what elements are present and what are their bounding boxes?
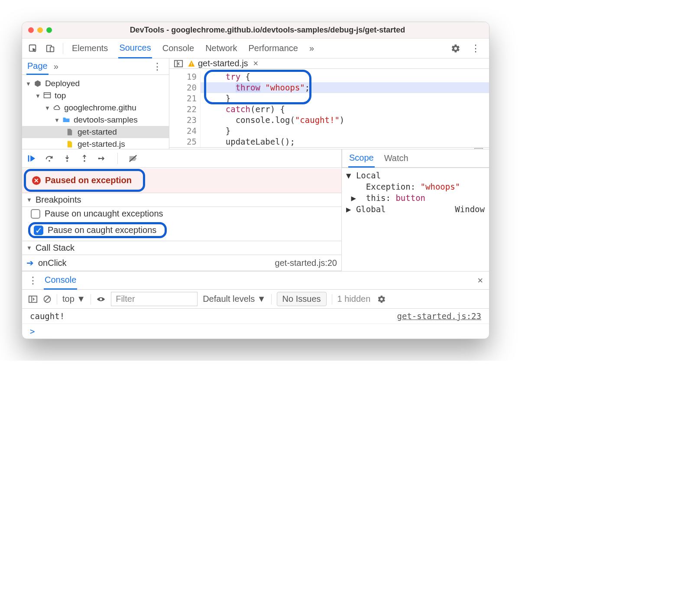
frame-source[interactable]: get-started.js:20 — [275, 258, 337, 268]
disclosure-triangle-icon: ▼ — [26, 245, 32, 251]
paused-label: Paused on exception — [45, 175, 132, 185]
tab-watch[interactable]: Watch — [383, 150, 409, 167]
annotation-highlight: ✓ Pause on caught exceptions — [28, 222, 167, 238]
svg-rect-9 — [28, 155, 29, 162]
console-settings-gear-icon[interactable] — [377, 295, 386, 304]
disclosure-triangle-icon: ▼ — [54, 117, 60, 123]
device-toolbar-icon[interactable] — [45, 44, 55, 53]
coverage-toggle-icon[interactable] — [474, 148, 483, 149]
code-body[interactable]: 19202122232425 try { throw "whoops"; } c… — [169, 69, 489, 147]
file-tree: ▼Deployed▼top▼googlechrome.githu▼devtool… — [22, 75, 169, 149]
tree-item[interactable]: ▼Deployed — [22, 78, 169, 90]
tree-item[interactable]: ▼devtools-samples — [22, 114, 169, 126]
line-number[interactable]: 25 — [169, 136, 197, 147]
console-output: caught! get-started.js:23 > — [22, 309, 489, 339]
line-number[interactable]: 22 — [169, 104, 197, 115]
tree-item-label: Deployed — [45, 79, 80, 88]
navigator-tab-page[interactable]: Page — [26, 58, 49, 75]
pause-uncaught-row[interactable]: Pause on uncaught exceptions — [22, 207, 341, 220]
console-context-selector[interactable]: top ▼ — [62, 294, 85, 304]
line-number[interactable]: 20 — [169, 82, 197, 93]
svg-point-10 — [49, 160, 50, 162]
live-expression-icon[interactable] — [96, 296, 106, 303]
tree-item[interactable]: ▼top — [22, 90, 169, 102]
tab-scope[interactable]: Scope — [348, 149, 375, 168]
callstack-header[interactable]: ▼ Call Stack — [22, 241, 341, 255]
console-filter-input[interactable]: Filter — [111, 292, 198, 306]
tree-item[interactable]: ▼googlechrome.githu — [22, 102, 169, 114]
debugger-row: Scope Watch — [22, 149, 489, 168]
scope-row[interactable]: ▶ GlobalWindow — [342, 204, 489, 215]
line-number[interactable]: 21 — [169, 93, 197, 104]
separator — [117, 153, 118, 164]
titlebar: DevTools - googlechrome.github.io/devtoo… — [22, 22, 489, 39]
tree-item-label: googlechrome.githu — [64, 103, 136, 113]
console-sidebar-toggle-icon[interactable] — [28, 295, 38, 304]
close-file-icon[interactable]: × — [253, 58, 259, 68]
separator — [332, 294, 332, 304]
separator — [57, 294, 57, 304]
tab-sources[interactable]: Sources — [118, 39, 152, 58]
minimize-window-icon[interactable] — [37, 27, 43, 33]
editor-file-tab[interactable]: get-started.js × — [188, 58, 258, 68]
navigator-menu-icon[interactable]: ⋮ — [150, 61, 165, 72]
drawer-menu-icon[interactable]: ⋮ — [28, 275, 38, 286]
tree-item[interactable]: get-started.js — [22, 138, 169, 149]
settings-gear-icon[interactable] — [451, 44, 460, 53]
navigator-pane: Page » ⋮ ▼Deployed▼top▼googlechrome.gith… — [22, 58, 169, 149]
scope-row[interactable]: Exception: "whoops" — [342, 181, 489, 192]
tab-network[interactable]: Network — [204, 39, 238, 58]
issues-badge[interactable]: No Issues — [277, 292, 327, 306]
scope-row[interactable]: ▼ Local — [342, 170, 489, 181]
editor-pane: get-started.js × 19202122232425 try { th… — [169, 58, 489, 149]
separator — [271, 294, 272, 304]
code-line: try { — [201, 71, 489, 82]
breakpoints-header[interactable]: ▼ Breakpoints — [22, 193, 341, 207]
step-out-icon[interactable] — [80, 154, 89, 163]
callstack-frame[interactable]: ➔ onClick get-started.js:20 — [22, 255, 341, 271]
paused-on-exception-banner: ✕ Paused on exception — [24, 169, 145, 192]
step-into-icon[interactable] — [63, 154, 71, 163]
deactivate-breakpoints-icon[interactable] — [128, 154, 138, 163]
traffic-lights — [28, 27, 52, 33]
tab-elements[interactable]: Elements — [71, 39, 109, 58]
scope-pane: Scope Watch — [342, 149, 489, 168]
inspect-element-icon[interactable] — [28, 44, 38, 53]
console-prompt[interactable]: > — [22, 324, 489, 339]
toggle-navigator-icon[interactable] — [174, 59, 183, 68]
pause-caught-row[interactable]: ✓ Pause on caught exceptions — [22, 220, 341, 241]
scope-row[interactable]: ▶ this: button — [342, 192, 489, 204]
code-line: throw "whoops"; — [201, 82, 489, 93]
hidden-count[interactable]: 1 hidden — [337, 294, 371, 304]
resume-icon[interactable] — [26, 154, 36, 163]
drawer-tabs: ⋮ Console × — [22, 271, 489, 290]
console-levels-selector[interactable]: Default levels ▼ — [203, 294, 266, 304]
svg-rect-3 — [44, 93, 50, 98]
tab-console[interactable]: Console — [162, 39, 195, 58]
tab-performance[interactable]: Performance — [248, 39, 299, 58]
tree-item-label: get-started — [78, 127, 117, 137]
navigator-overflow-icon[interactable]: » — [54, 61, 58, 71]
step-over-icon[interactable] — [45, 154, 54, 163]
disclosure-triangle-icon: ▼ — [45, 105, 50, 111]
exception-icon: ✕ — [32, 176, 41, 185]
line-number[interactable]: 19 — [169, 71, 197, 82]
kebab-menu-icon[interactable]: ⋮ — [468, 43, 483, 54]
drawer-tab-console[interactable]: Console — [44, 271, 77, 290]
log-source-link[interactable]: get-started.js:23 — [397, 311, 481, 321]
tabs-overflow-icon[interactable]: » — [308, 39, 315, 58]
close-window-icon[interactable] — [28, 27, 34, 33]
checkbox-uncaught[interactable] — [31, 209, 40, 219]
checkbox-caught[interactable]: ✓ — [34, 226, 43, 235]
line-number[interactable]: 24 — [169, 126, 197, 136]
doc-icon — [66, 128, 75, 136]
close-drawer-icon[interactable]: × — [477, 275, 483, 286]
svg-rect-15 — [29, 296, 37, 302]
tree-item[interactable]: get-started — [22, 126, 169, 138]
zoom-window-icon[interactable] — [46, 27, 52, 33]
line-number[interactable]: 23 — [169, 115, 197, 126]
clear-console-icon[interactable] — [43, 295, 52, 304]
step-icon[interactable] — [97, 154, 107, 163]
console-log-line[interactable]: caught! get-started.js:23 — [22, 309, 489, 324]
pretty-print-icon[interactable]: {} — [175, 148, 185, 149]
